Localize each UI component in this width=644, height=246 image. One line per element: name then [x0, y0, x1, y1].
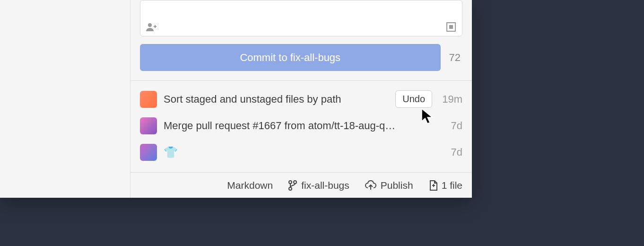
- status-markdown[interactable]: Markdown: [227, 180, 273, 191]
- status-bar: Markdown fix-all-bugs: [131, 172, 472, 198]
- main-panel: Commit to fix-all-bugs 72 Sort staged an…: [131, 0, 472, 198]
- commit-message-input[interactable]: [140, 0, 462, 36]
- commit-item[interactable]: Sort staged and unstaged files by path U…: [140, 86, 462, 113]
- commits-list: Sort staged and unstaged files by path U…: [131, 81, 472, 172]
- left-sidebar: [0, 0, 131, 198]
- commit-item[interactable]: 👕 7d: [140, 139, 462, 166]
- commit-button[interactable]: Commit to fix-all-bugs: [140, 44, 441, 71]
- git-branch-icon: [288, 180, 297, 191]
- status-label: 1 file: [442, 180, 462, 191]
- add-coauthor-icon[interactable]: [146, 23, 157, 31]
- status-label: Publish: [381, 180, 413, 191]
- char-counter: 72: [449, 52, 462, 64]
- status-publish[interactable]: Publish: [365, 180, 413, 191]
- cloud-upload-icon: [365, 180, 377, 191]
- svg-point-6: [294, 181, 296, 184]
- status-label: fix-all-bugs: [301, 180, 349, 191]
- status-branch[interactable]: fix-all-bugs: [288, 180, 349, 191]
- expand-icon[interactable]: [446, 22, 456, 32]
- commit-message: Sort staged and unstaged files by path: [164, 93, 389, 105]
- file-diff-icon: [428, 180, 438, 191]
- status-files[interactable]: 1 file: [428, 180, 462, 191]
- avatar: [140, 117, 157, 134]
- svg-rect-2: [155, 25, 156, 28]
- shirt-emoji-icon: 👕: [164, 146, 178, 158]
- commit-time: 7d: [439, 146, 462, 158]
- svg-rect-4: [449, 25, 453, 29]
- commit-time: 19m: [439, 93, 462, 105]
- status-label: Markdown: [227, 180, 273, 191]
- commit-message: 👕: [164, 146, 432, 159]
- avatar: [140, 91, 157, 108]
- svg-point-7: [289, 187, 292, 190]
- svg-point-0: [148, 23, 152, 27]
- commit-message: Merge pull request #1667 from atom/tt-18…: [164, 120, 432, 132]
- undo-button[interactable]: Undo: [395, 90, 432, 108]
- svg-point-5: [289, 181, 292, 184]
- commit-area: Commit to fix-all-bugs 72: [131, 0, 472, 81]
- app-window: Commit to fix-all-bugs 72 Sort staged an…: [0, 0, 472, 198]
- commit-item[interactable]: Merge pull request #1667 from atom/tt-18…: [140, 113, 462, 139]
- avatar: [140, 144, 157, 161]
- commit-time: 7d: [439, 120, 462, 132]
